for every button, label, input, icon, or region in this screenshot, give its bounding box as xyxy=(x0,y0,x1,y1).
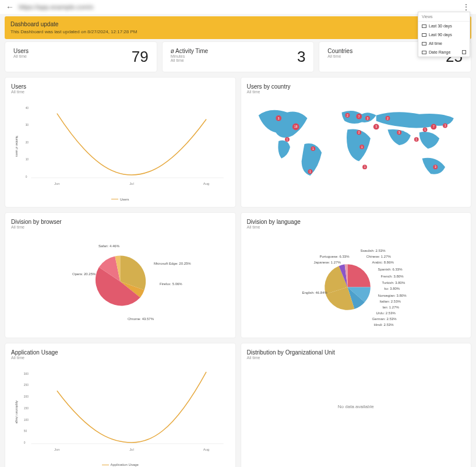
pie-label: Arabic: 8.86% xyxy=(372,261,394,264)
pie-label: Urdu: 2.53% xyxy=(376,311,396,315)
dropdown-item-label: Date Range xyxy=(429,50,450,54)
svg-text:Aug: Aug xyxy=(203,182,210,185)
svg-text:Jul: Jul xyxy=(129,447,134,451)
svg-text:10: 10 xyxy=(26,158,29,161)
pie-label: Japanese: 1.27% xyxy=(314,261,341,264)
dropdown-item-date-range[interactable]: Date Range xyxy=(418,48,470,57)
dropdown-item-label: Last 30 days xyxy=(429,24,452,28)
y-axis-label: Application Usage xyxy=(15,401,18,424)
svg-text:0: 0 xyxy=(26,175,27,178)
svg-text:Jul: Jul xyxy=(129,182,134,185)
kpi-title: ø Activity Time xyxy=(171,48,208,54)
svg-text:2: 2 xyxy=(347,114,348,117)
pie-label: Hindi: 2.53% xyxy=(374,323,394,326)
svg-text:1: 1 xyxy=(312,148,313,150)
svg-text:250: 250 xyxy=(24,384,29,387)
svg-text:1: 1 xyxy=(424,128,426,131)
svg-text:1: 1 xyxy=(286,138,288,141)
svg-text:50: 50 xyxy=(24,430,27,433)
pie-label: Chrome: 43.57% xyxy=(128,317,154,321)
line-series xyxy=(57,114,206,175)
svg-text:30: 30 xyxy=(26,124,29,127)
card-sub: All time xyxy=(247,225,466,229)
card-title: Distribution by Organizational Unit xyxy=(247,349,466,356)
svg-text:Aug: Aug xyxy=(203,447,210,451)
dropdown-item-last-30[interactable]: Last 30 days xyxy=(418,22,470,30)
kpi-sub: All time xyxy=(171,58,208,62)
browser-pie: Safari: 4.46% Microsoft Edge: 20.25% Fir… xyxy=(11,233,230,332)
svg-text:200: 200 xyxy=(24,395,29,398)
update-banner: Dashboard update This Dashboard was last… xyxy=(5,16,471,39)
svg-text:18: 18 xyxy=(294,125,298,128)
svg-text:100: 100 xyxy=(24,418,29,421)
svg-text:0: 0 xyxy=(24,441,26,444)
pie-label: German: 2.53% xyxy=(372,317,397,321)
kpi-title: Users xyxy=(13,48,29,54)
calendar-icon xyxy=(422,51,426,54)
calendar-icon xyxy=(422,42,426,45)
svg-text:1: 1 xyxy=(415,138,417,141)
pie-label: lan: 1.27% xyxy=(383,306,399,309)
y-axis-label: Number of users xyxy=(15,136,18,157)
legend-swatch xyxy=(102,465,109,465)
svg-text:7: 7 xyxy=(358,115,359,118)
card-app-usage: Application Usage All time Application U… xyxy=(5,343,236,467)
more-menu-icon[interactable]: ⋮ xyxy=(462,2,470,12)
card-sub: All time xyxy=(11,90,230,94)
kpi-value: 3 xyxy=(297,48,305,66)
language-pie: English: 46.84% Japanese: 1.27% Portugue… xyxy=(247,233,466,332)
card-sub: All time xyxy=(247,356,466,360)
svg-text:1: 1 xyxy=(361,146,362,149)
svg-text:Jun: Jun xyxy=(54,447,60,451)
kpi-activity-time: ø Activity Time Minutes All time 3 xyxy=(162,41,315,72)
back-arrow-icon[interactable]: ← xyxy=(6,2,14,12)
pie-label: Norwegian: 3.80% xyxy=(378,294,407,297)
calendar-icon xyxy=(422,33,426,37)
no-data-message: No data available xyxy=(247,363,466,451)
pie-label: English: 46.84% xyxy=(302,291,327,294)
world-landmass xyxy=(258,110,453,175)
svg-text:20: 20 xyxy=(26,141,29,144)
svg-text:7: 7 xyxy=(432,125,434,128)
card-users-country: Users by country All time 3 18 xyxy=(241,77,472,208)
pie-label: Swedish: 2.53% xyxy=(361,249,386,252)
svg-text:1: 1 xyxy=(364,166,365,168)
svg-text:300: 300 xyxy=(24,372,29,375)
kpi-sub: All time xyxy=(327,54,352,58)
card-browser-pie: Division by browser All time Safari: 4.4… xyxy=(5,212,236,338)
pie-label: ko: 3.80% xyxy=(385,287,400,290)
kpi-row: Users All time 79 ø Activity Time Minute… xyxy=(0,41,476,77)
pie-label: Safari: 4.46% xyxy=(98,244,119,248)
svg-text:3: 3 xyxy=(366,117,368,120)
views-dropdown: Views Last 30 days Last 90 days All time… xyxy=(418,12,470,57)
dropdown-item-all-time[interactable]: All time xyxy=(418,39,470,48)
world-map: 3 18 1 1 1 2 7 3 5 2 1 1 2 3 1 1 7 xyxy=(247,97,466,192)
svg-text:Jun: Jun xyxy=(54,182,60,185)
svg-text:1: 1 xyxy=(309,170,311,173)
svg-text:2: 2 xyxy=(387,117,389,120)
dropdown-item-label: Last 90 days xyxy=(429,33,452,37)
card-title: Division by language xyxy=(247,219,466,225)
views-dropdown-header: Views xyxy=(418,12,470,22)
card-org-unit: Distribution by Organizational Unit All … xyxy=(241,343,472,467)
banner-title: Dashboard update xyxy=(10,21,466,27)
svg-text:2: 2 xyxy=(358,131,359,134)
card-title: Users xyxy=(11,83,230,90)
card-sub: All time xyxy=(11,225,230,229)
svg-text:3: 3 xyxy=(277,117,279,120)
calendar-picker-icon xyxy=(462,50,466,54)
dropdown-item-last-90[interactable]: Last 90 days xyxy=(418,30,470,39)
users-line-chart: Number of users 40 30 20 10 0 Jun Jul Au… xyxy=(11,97,229,195)
kpi-users: Users All time 79 xyxy=(5,41,157,72)
card-sub: All time xyxy=(247,90,466,94)
chart-legend: Application Usage xyxy=(11,463,230,466)
pie-label: Spanish: 6.33% xyxy=(378,268,403,271)
calendar-icon xyxy=(422,24,426,28)
kpi-sub: Minutes xyxy=(171,54,208,58)
kpi-value: 79 xyxy=(132,48,149,66)
card-sub: All time xyxy=(11,356,230,360)
pie-label: Italian: 2.53% xyxy=(380,300,401,303)
svg-text:1: 1 xyxy=(444,124,446,127)
card-users-chart: Users All time Number of users 40 30 20 … xyxy=(5,77,236,208)
svg-text:150: 150 xyxy=(24,406,29,409)
